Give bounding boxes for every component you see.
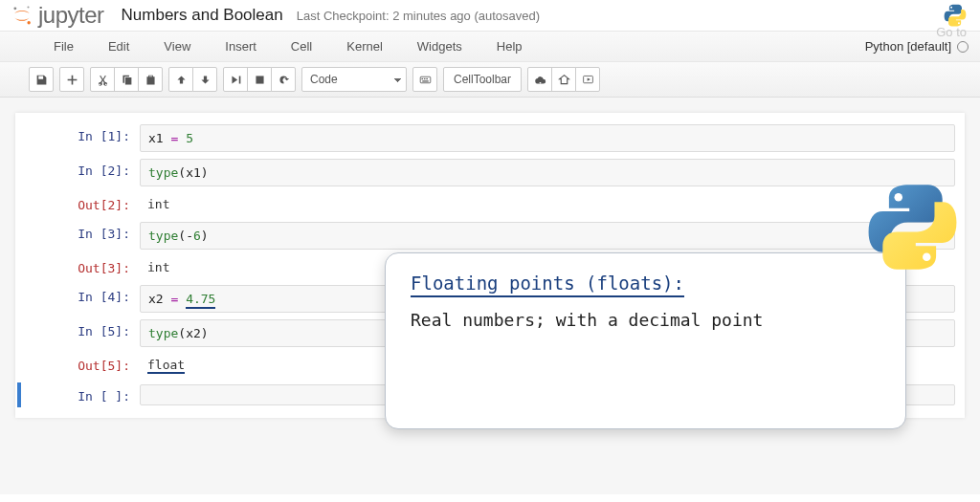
menu-cell[interactable]: Cell — [274, 35, 329, 57]
out-prompt: Out[2]: — [25, 193, 140, 215]
callout-body: Real numbers; with a decimal point — [411, 309, 880, 332]
svg-rect-10 — [422, 80, 429, 81]
kernel-name: Python [default] — [865, 39, 951, 54]
svg-point-1 — [27, 21, 30, 24]
menu-widgets[interactable]: Widgets — [400, 35, 479, 57]
svg-rect-8 — [423, 77, 425, 78]
in-prompt: In [5]: — [25, 319, 140, 347]
svg-point-3 — [950, 7, 952, 9]
jupyter-icon — [10, 3, 34, 28]
svg-rect-5 — [256, 76, 263, 83]
celltype-select[interactable]: Code — [301, 67, 407, 92]
copy-button[interactable] — [114, 67, 139, 92]
add-cell-button[interactable] — [59, 67, 84, 92]
code-input[interactable]: x1 = 5 — [140, 124, 955, 152]
move-up-button[interactable] — [168, 67, 193, 92]
save-icon — [35, 74, 48, 86]
menu-insert[interactable]: Insert — [208, 35, 274, 57]
jupyter-logo[interactable]: jupyter — [10, 2, 104, 29]
menu-bar: File Edit View Insert Cell Kernel Widget… — [0, 31, 980, 62]
cut-button[interactable] — [90, 67, 115, 92]
code-input[interactable]: type(x1) — [140, 159, 955, 186]
keyboard-icon — [419, 74, 432, 86]
in-prompt: In [1]: — [25, 124, 140, 152]
move-group — [168, 67, 217, 92]
toolbar: Code CellToolbar — [0, 62, 980, 98]
play-icon — [582, 74, 594, 86]
cloud-download-icon — [534, 74, 546, 86]
paste-button[interactable] — [138, 67, 163, 92]
kernel-status-icon — [957, 41, 969, 53]
run-group — [223, 67, 296, 92]
menu-edit[interactable]: Edit — [91, 35, 146, 57]
menu-help[interactable]: Help — [479, 35, 540, 57]
copy-icon — [121, 74, 133, 86]
home-button[interactable] — [551, 67, 576, 92]
menu-view[interactable]: View — [146, 35, 208, 57]
callout-title: Floating points (floats): — [411, 273, 684, 297]
header-bar: jupyter Numbers and Boolean Last Checkpo… — [0, 0, 980, 31]
cell-2[interactable]: In [2]: type(x1) — [17, 157, 963, 188]
in-prompt: In [2]: — [25, 159, 140, 186]
command-palette-button[interactable] — [412, 67, 437, 92]
goto-hint: Go to — [936, 25, 967, 39]
restart-button[interactable] — [271, 67, 296, 92]
jupyter-logo-text: jupyter — [38, 2, 104, 29]
in-prompt: In [ ]: — [25, 384, 140, 405]
menu-file[interactable]: File — [36, 35, 91, 57]
present-button[interactable] — [575, 67, 600, 92]
run-step-button[interactable] — [223, 67, 248, 92]
svg-point-12 — [894, 193, 902, 202]
code-input[interactable]: type(-6) — [140, 222, 955, 250]
plus-icon — [66, 74, 78, 86]
home-icon — [558, 74, 570, 86]
scissors-icon — [97, 74, 109, 86]
notebook-name[interactable]: Numbers and Boolean — [122, 6, 283, 25]
interrupt-button[interactable] — [247, 67, 272, 92]
svg-rect-6 — [420, 76, 431, 83]
stop-icon — [254, 74, 266, 86]
clipboard-group — [90, 67, 163, 92]
in-prompt: In [4]: — [25, 285, 140, 313]
svg-point-2 — [27, 7, 29, 9]
svg-rect-9 — [426, 77, 428, 78]
save-button[interactable] — [29, 67, 54, 92]
svg-rect-7 — [421, 77, 423, 78]
download-button[interactable] — [527, 67, 552, 92]
refresh-icon — [278, 74, 290, 86]
out-prompt: Out[3]: — [25, 256, 140, 278]
cell-3[interactable]: In [3]: type(-6) — [17, 220, 963, 251]
arrow-down-icon — [199, 74, 212, 86]
menu-kernel[interactable]: Kernel — [329, 35, 400, 57]
svg-point-13 — [923, 252, 931, 261]
info-callout: Floating points (floats): Real numbers; … — [385, 252, 906, 429]
celltoolbar-button[interactable]: CellToolbar — [443, 67, 522, 92]
arrow-up-icon — [175, 74, 188, 86]
python-logo-large — [862, 177, 963, 277]
step-forward-icon — [230, 74, 242, 86]
kernel-indicator[interactable]: Python [default] — [865, 39, 980, 54]
cell-1[interactable]: In [1]: x1 = 5 — [17, 122, 963, 154]
output: int — [140, 193, 955, 215]
checkpoint-text: Last Checkpoint: 2 minutes ago (autosave… — [297, 9, 540, 23]
in-prompt: In [3]: — [25, 222, 140, 250]
presenter-group — [527, 67, 600, 92]
paste-icon — [145, 74, 157, 86]
out-prompt: Out[5]: — [25, 354, 140, 378]
move-down-button[interactable] — [192, 67, 217, 92]
cell-2-out: Out[2]: int — [17, 191, 963, 217]
svg-point-0 — [13, 7, 16, 10]
